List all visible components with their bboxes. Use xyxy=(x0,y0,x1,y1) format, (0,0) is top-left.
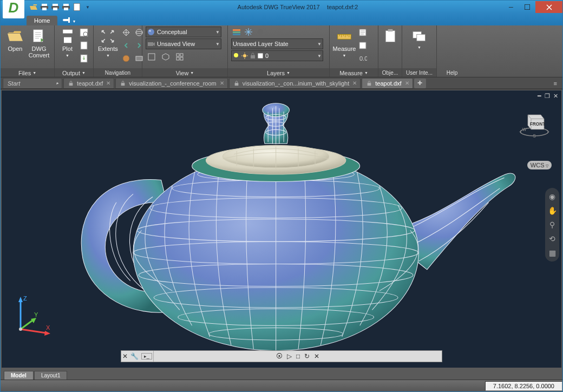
object-button[interactable] xyxy=(382,27,399,46)
qat-dropdown-icon[interactable]: ▼ xyxy=(83,2,93,12)
tab-close-icon[interactable]: ✕ xyxy=(220,80,224,86)
tab-close-icon[interactable]: ✕ xyxy=(352,80,357,86)
layer-off-button[interactable] xyxy=(255,27,266,37)
panel-help-label[interactable]: Help xyxy=(437,68,467,77)
anim-loop-icon[interactable]: ↻ xyxy=(304,352,310,360)
layer-freeze-button[interactable] xyxy=(243,27,254,37)
new-tab-button[interactable]: ✚ xyxy=(414,79,426,88)
nav-back-button[interactable] xyxy=(120,40,132,51)
svg-text:X: X xyxy=(46,324,50,331)
measure-units-button[interactable]: 0.0 xyxy=(357,53,369,64)
view-cube[interactable]: S W FRONT xyxy=(518,107,551,139)
saved-view-combo[interactable]: Unsaved View▼ xyxy=(146,38,221,49)
sun-icon xyxy=(241,53,248,59)
open-button[interactable]: Open xyxy=(4,27,27,54)
navigation-bar: ◉ ✋ ⚲ ⟲ ▦ xyxy=(545,188,559,262)
panel-files: Open DWG Convert Files▼ xyxy=(1,25,55,77)
tab-overflow-button[interactable]: ≡ xyxy=(551,80,560,87)
svg-rect-25 xyxy=(136,56,142,61)
layout-tab-model[interactable]: Model xyxy=(4,371,34,380)
plot-button[interactable]: Plot▼ xyxy=(58,27,77,60)
nav-pan-icon[interactable]: ✋ xyxy=(548,206,557,215)
viewport[interactable]: ━ ❐ ✕ xyxy=(2,90,561,368)
view-single-button[interactable] xyxy=(147,52,156,62)
svg-rect-2 xyxy=(42,8,47,10)
nav-orbit-icon[interactable]: ⟲ xyxy=(549,234,555,243)
measure-button[interactable]: Measure▼ xyxy=(333,27,356,60)
panel-layers-label[interactable]: Layers▼ xyxy=(228,68,329,77)
ribbon-tab-home[interactable]: Home xyxy=(27,16,57,25)
svg-marker-79 xyxy=(44,331,50,336)
cmd-input-icon[interactable]: ▸_ xyxy=(141,353,152,360)
panel-output-label[interactable]: Output▼ xyxy=(55,68,93,77)
document-tab[interactable]: teapot.dxf✕ xyxy=(362,78,413,89)
windows-icon xyxy=(412,29,427,44)
close-button[interactable] xyxy=(535,1,562,13)
view-multi-button[interactable] xyxy=(175,52,185,62)
nav-wheel-icon[interactable]: ◉ xyxy=(549,192,555,201)
layer-state-combo[interactable]: Unsaved Layer State▼ xyxy=(231,38,323,49)
svg-text:Y: Y xyxy=(34,311,38,318)
ribbon-pin-button[interactable]: ▾ xyxy=(57,16,81,25)
dwg-convert-button[interactable]: DWG Convert xyxy=(28,27,50,61)
visual-style-combo[interactable]: Conceptual▼ xyxy=(146,27,221,37)
camera-icon xyxy=(147,40,155,48)
panel-help: Help xyxy=(437,25,467,77)
svg-rect-30 xyxy=(176,54,179,56)
layout-tab-layout1[interactable]: Layout1 xyxy=(34,371,68,380)
extents-button[interactable]: Extents▼ xyxy=(97,27,119,60)
nav-pan-button[interactable] xyxy=(120,27,132,38)
wcs-badge[interactable]: WCS ▽ xyxy=(527,161,552,169)
qat-open-icon[interactable] xyxy=(29,2,38,12)
start-tab[interactable]: Start▸ xyxy=(3,78,62,89)
qat-print3-icon[interactable] xyxy=(61,2,71,12)
app-menu-button[interactable]: D xyxy=(3,0,24,18)
output-preview-button[interactable] xyxy=(78,27,90,38)
tab-close-icon[interactable]: ✕ xyxy=(405,80,409,86)
svg-rect-52 xyxy=(234,83,238,86)
anim-rewind-icon[interactable]: ⦿ xyxy=(276,352,283,360)
document-tab-label: visualization_-_con...inium_with_skyligh… xyxy=(243,80,349,87)
svg-rect-49 xyxy=(416,35,425,41)
svg-rect-41 xyxy=(258,53,263,58)
output-export-button[interactable] xyxy=(78,53,90,64)
output-page-button[interactable] xyxy=(78,40,90,51)
clipboard-icon xyxy=(383,29,398,44)
tab-close-icon[interactable]: ✕ xyxy=(106,80,110,86)
layer-current-combo[interactable]: 0▼ xyxy=(231,50,323,61)
svg-rect-11 xyxy=(525,4,530,10)
nav-showmotion-icon[interactable]: ▦ xyxy=(549,249,556,257)
nav-wheel-button[interactable] xyxy=(120,53,132,64)
cmd-wrench-icon[interactable]: 🔧 xyxy=(130,352,139,360)
anim-play-icon[interactable]: ▷ xyxy=(287,352,292,360)
panel-files-label[interactable]: Files▼ xyxy=(1,68,54,77)
lock-icon xyxy=(366,81,372,86)
maximize-button[interactable] xyxy=(519,1,535,13)
ui-button[interactable]: ▼ xyxy=(405,27,433,52)
document-tab[interactable]: visualization_-_con...inium_with_skyligh… xyxy=(229,78,361,89)
anim-pause-icon[interactable]: □ xyxy=(296,352,300,360)
measure-list-button[interactable] xyxy=(357,27,369,38)
svg-text:0.0: 0.0 xyxy=(359,55,367,62)
svg-text:FRONT: FRONT xyxy=(530,122,545,127)
cmd-close-icon[interactable]: ✕ xyxy=(122,352,128,360)
svg-rect-15 xyxy=(63,30,73,34)
view-iso-button[interactable] xyxy=(161,52,171,62)
anim-stop-icon[interactable]: ✕ xyxy=(314,352,319,360)
qat-sheet-icon[interactable] xyxy=(72,2,82,12)
panel-measure-label[interactable]: Measure▼ xyxy=(330,68,378,77)
panel-view-label[interactable]: View▼ xyxy=(142,68,227,77)
svg-rect-50 xyxy=(69,83,73,86)
document-tab[interactable]: visualization_-_conference_room✕ xyxy=(115,78,227,89)
qat-print2-icon[interactable] xyxy=(50,2,60,12)
svg-line-81 xyxy=(21,320,33,329)
qat-print-icon[interactable] xyxy=(40,2,49,12)
minimize-button[interactable]: ─ xyxy=(503,1,519,13)
layer-prop-button[interactable] xyxy=(231,27,242,37)
document-tab-label: visualization_-_conference_room xyxy=(129,80,216,87)
nav-zoom-icon[interactable]: ⚲ xyxy=(549,220,555,229)
document-tab[interactable]: teapot.dxf✕ xyxy=(63,78,114,89)
panel-object: Obje... xyxy=(378,25,402,77)
panel-output: Plot▼ Output▼ xyxy=(55,25,94,77)
measure-id-button[interactable] xyxy=(357,40,369,51)
